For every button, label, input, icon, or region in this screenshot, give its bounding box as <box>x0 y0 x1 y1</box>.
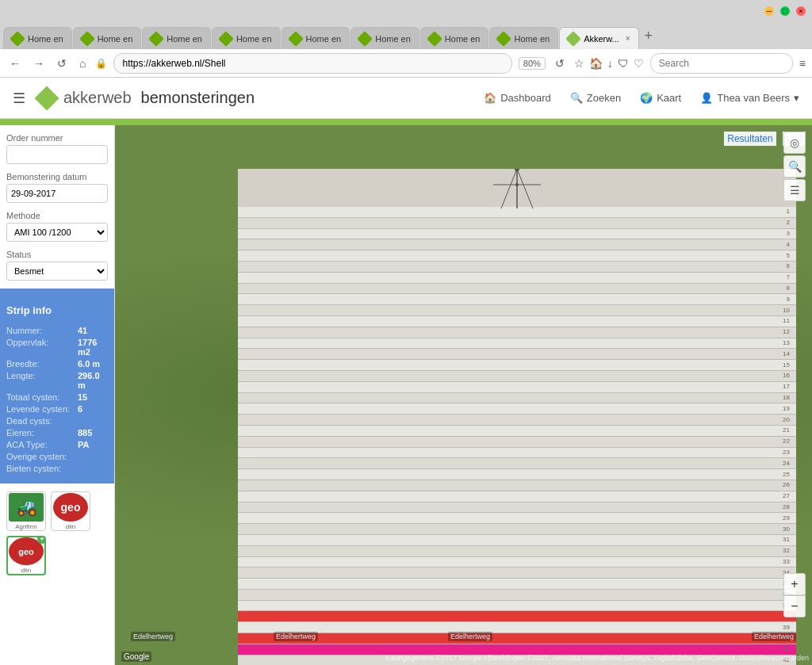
strip-info-row: Nummer:41 <box>6 326 108 335</box>
nav-kaart[interactable]: 🌍 Kaart <box>640 92 681 104</box>
tab-close-button[interactable]: × <box>626 34 630 43</box>
strip-row[interactable]: 35 <box>238 579 796 590</box>
tab-2[interactable]: Home en <box>73 27 142 49</box>
strip-row[interactable]: 36 <box>238 590 796 601</box>
green-strip <box>0 119 812 125</box>
download-icon[interactable]: ↓ <box>607 57 613 70</box>
strip-row[interactable]: 23 <box>238 448 796 459</box>
strip-row[interactable]: 21 <box>238 426 796 437</box>
nav-zoeken[interactable]: 🔍 Zoeken <box>570 92 621 104</box>
strip-number: 28 <box>783 504 790 510</box>
date-field: Bemonstering datum <box>6 172 108 203</box>
search-input[interactable] <box>650 53 793 74</box>
strip-row[interactable]: 20 <box>238 415 796 426</box>
maximize-button[interactable]: □ <box>780 6 790 16</box>
strip-number: 22 <box>783 438 790 445</box>
status-select[interactable]: Besmet <box>6 262 108 281</box>
browser-menu-icon[interactable]: ≡ <box>799 57 806 70</box>
strip-row[interactable]: 4 <box>238 239 796 250</box>
reload-button[interactable]: ↺ <box>552 55 568 71</box>
strip-row[interactable]: 2 <box>238 218 796 229</box>
strip-row[interactable]: 25 <box>238 469 796 480</box>
strip-number: 4 <box>787 242 790 248</box>
strip-row[interactable]: 39 <box>238 622 796 633</box>
strip-row[interactable]: 24 <box>238 458 796 469</box>
zoom-out-button[interactable]: − <box>783 595 806 617</box>
strip-info-row: Lengte:296.0 m <box>6 371 108 390</box>
status-field: Status Besmet <box>6 250 108 281</box>
strip-row[interactable]: 12 <box>238 327 796 338</box>
zoom-in-button[interactable]: + <box>783 573 806 595</box>
tab-7[interactable]: Home en <box>420 27 489 49</box>
tab-1[interactable]: Home en <box>3 27 72 49</box>
strip-row[interactable]: 29 <box>238 513 796 524</box>
strip-row[interactable]: 18 <box>238 393 796 404</box>
strip-row[interactable]: 17 <box>238 382 796 393</box>
strip-row[interactable]: 27 <box>238 491 796 503</box>
geo2-icon-btn[interactable]: geo + dlin <box>6 536 46 575</box>
strip-row[interactable]: 6 <box>238 262 796 273</box>
forward-button[interactable]: → <box>30 55 48 71</box>
locate-button[interactable]: ◎ <box>783 132 806 154</box>
minimize-button[interactable]: ─ <box>764 6 774 16</box>
strip-row[interactable]: 5 <box>238 250 796 262</box>
home-button[interactable]: ⌂ <box>76 55 89 71</box>
strip-row[interactable]: 3 <box>238 229 796 240</box>
browser-chrome: ─ □ × Home en Home en Home en Home en Ho… <box>0 0 812 78</box>
strip-row[interactable]: 40 <box>238 633 796 644</box>
tab-favicon-2 <box>79 31 95 47</box>
bookmark-star-icon[interactable]: 🏠 <box>589 57 603 70</box>
date-input[interactable] <box>6 184 108 203</box>
strip-row[interactable]: 8 <box>238 284 796 295</box>
strip-row[interactable]: 16 <box>238 371 796 382</box>
close-button[interactable]: × <box>796 6 806 16</box>
strip-row[interactable]: 14 <box>238 349 796 360</box>
heart-icon[interactable]: ♡ <box>634 57 644 70</box>
tab-8[interactable]: Home en <box>489 27 558 49</box>
geo-icon-btn[interactable]: geo dlin <box>51 491 90 531</box>
tab-5[interactable]: Home en <box>282 27 350 49</box>
strip-row[interactable]: 26 <box>238 480 796 491</box>
tab-favicon-1 <box>10 31 25 47</box>
strip-row[interactable]: 33 <box>238 557 796 568</box>
strip-row[interactable]: 7 <box>238 273 796 284</box>
shield-icon[interactable]: 🛡 <box>618 57 629 70</box>
tab-6[interactable]: Home en <box>350 27 419 49</box>
strip-row[interactable]: 34 <box>238 568 796 579</box>
strip-row[interactable]: 11 <box>238 316 796 327</box>
search-map-button[interactable]: 🔍 <box>783 155 806 178</box>
back-button[interactable]: ← <box>6 55 24 71</box>
strip-row[interactable]: 30 <box>238 524 796 535</box>
nav-dashboard[interactable]: 🏠 Dashboard <box>484 92 551 104</box>
map-area[interactable]: Resultaten Lijst ◎ 🔍 ☰ 12345678910111213… <box>115 125 812 665</box>
resultaten-link[interactable]: Resultaten <box>724 132 776 146</box>
new-tab-button[interactable]: + <box>640 28 658 44</box>
tab-3[interactable]: Home en <box>142 27 211 49</box>
strip-row[interactable]: 31 <box>238 535 796 546</box>
address-input[interactable] <box>113 53 511 74</box>
tab-active[interactable]: Akkerw... × <box>559 27 638 49</box>
order-input[interactable] <box>6 145 108 164</box>
refresh-button[interactable]: ↺ <box>54 55 70 71</box>
zoom-controls: + − <box>783 573 806 617</box>
strip-row[interactable]: 28 <box>238 503 796 514</box>
tractor-icon-btn[interactable]: 🚜 Agrifirm <box>6 491 46 531</box>
strip-row[interactable]: 10 <box>238 305 796 316</box>
strip-row[interactable]: 37 <box>238 601 796 612</box>
method-select[interactable]: AMI 100 /1200 <box>6 223 108 242</box>
strip-row[interactable]: 13 <box>238 338 796 350</box>
hamburger-icon[interactable]: ☰ <box>13 90 25 107</box>
nav-user[interactable]: 👤 Thea van Beers ▾ <box>700 92 799 104</box>
strip-row[interactable]: 32 <box>238 546 796 557</box>
layers-button[interactable]: ☰ <box>783 179 806 201</box>
strip-row[interactable]: 1 <box>238 207 796 218</box>
strip-row[interactable]: 38 <box>238 611 796 622</box>
tab-4[interactable]: Home en <box>212 27 281 49</box>
strip-row[interactable]: 22 <box>238 437 796 448</box>
strip-number: 6 <box>787 263 790 269</box>
strip-row[interactable]: 19 <box>238 403 796 415</box>
strip-row[interactable]: 15 <box>238 360 796 371</box>
bookmark-icon[interactable]: ☆ <box>574 57 584 70</box>
method-label: Methode <box>6 211 108 220</box>
strip-row[interactable]: 9 <box>238 294 796 305</box>
